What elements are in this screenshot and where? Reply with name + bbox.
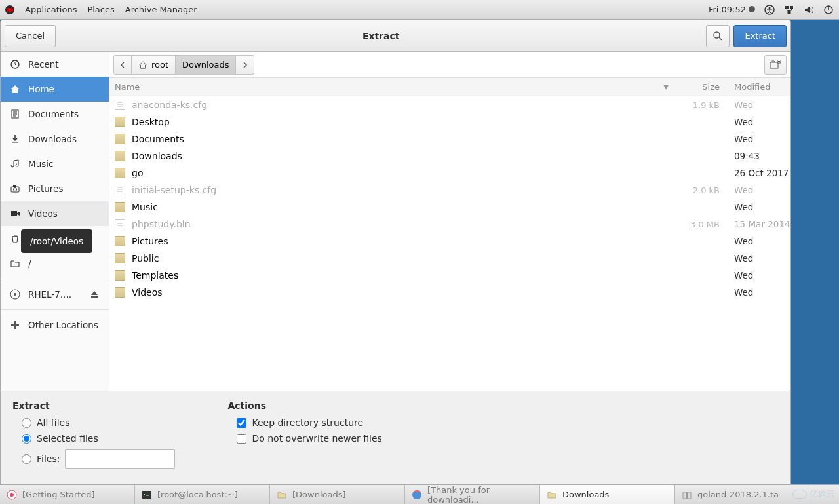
file-row[interactable]: PicturesWed — [109, 233, 790, 250]
path-downloads[interactable]: Downloads — [176, 55, 236, 75]
sidebar-item-[interactable]: / — [1, 251, 109, 276]
pathbar: root Downloads — [109, 52, 790, 78]
folder-icon — [115, 253, 125, 263]
new-folder-button[interactable] — [764, 55, 787, 75]
file-icon — [115, 100, 125, 110]
file-row[interactable]: initial-setup-ks.cfg2.0 kBWed — [109, 182, 790, 199]
files-pattern-input[interactable] — [65, 449, 175, 469]
col-name[interactable]: Name▼ — [109, 82, 675, 92]
trash-icon — [10, 233, 20, 244]
sidebar-item-label: Home — [28, 84, 54, 94]
extract-heading: Extract — [12, 400, 175, 411]
file-modified: 09:43 — [728, 151, 790, 161]
sidebar-item-label: Documents — [28, 109, 79, 119]
menu-places[interactable]: Places — [87, 5, 114, 14]
file-row[interactable]: MusicWed — [109, 199, 790, 216]
watermark: 亿速云 — [792, 488, 835, 500]
task-downloads[interactable]: Downloads — [540, 485, 675, 504]
file-row[interactable]: DocumentsWed — [109, 130, 790, 147]
task-goland-2018-2-1-ta[interactable]: goland-2018.2.1.ta — [675, 485, 810, 504]
sidebar-item-documents[interactable]: Documents — [1, 102, 109, 126]
sidebar-item-videos[interactable]: Videos — [1, 201, 109, 226]
file-name: Downloads — [132, 151, 675, 161]
volume-icon[interactable] — [804, 5, 814, 15]
radio-all-files[interactable]: All files — [22, 417, 175, 428]
file-row[interactable]: TemplatesWed — [109, 267, 790, 284]
svg-rect-25 — [686, 492, 688, 499]
folder-icon — [115, 134, 125, 144]
file-modified: 26 Oct 2017 — [728, 168, 790, 178]
radio-selected-files[interactable]: Selected files — [22, 433, 175, 444]
file-name: phpstudy.bin — [132, 219, 675, 229]
sidebar-item-label: Pictures — [28, 184, 63, 194]
down-icon — [10, 134, 20, 144]
sidebar-item-pictures[interactable]: Pictures — [1, 176, 109, 201]
file-name: initial-setup-ks.cfg — [132, 185, 675, 195]
svg-point-16 — [14, 293, 16, 296]
task-label: [Getting Started] — [22, 490, 95, 499]
extract-button[interactable]: Extract — [733, 25, 787, 47]
sidebar-item-label: Videos — [28, 208, 58, 219]
file-list[interactable]: anaconda-ks.cfg1.9 kBWedDesktopWedDocume… — [109, 96, 790, 391]
menu-applications[interactable]: Applications — [25, 5, 77, 14]
col-size[interactable]: Size — [675, 82, 728, 92]
path-root[interactable]: root — [132, 55, 176, 75]
sidebar-item-home[interactable]: Home — [1, 77, 109, 102]
sidebar-item-recent[interactable]: Recent — [1, 52, 109, 77]
search-icon — [712, 31, 723, 41]
svg-line-8 — [719, 37, 722, 40]
clock[interactable]: Fri 09:52 — [709, 5, 755, 14]
file-modified: Wed — [728, 117, 790, 127]
menu-appname[interactable]: Archive Manager — [125, 5, 197, 14]
path-forward[interactable] — [236, 55, 254, 75]
folder-icon — [115, 151, 125, 161]
power-icon[interactable] — [823, 5, 834, 15]
search-button[interactable] — [706, 25, 730, 47]
eject-icon[interactable] — [89, 289, 100, 300]
sidebar-item-music[interactable]: Music — [1, 151, 109, 176]
folder-icon — [277, 490, 287, 500]
check-keep-structure[interactable]: Keep directory structure — [237, 417, 381, 428]
file-row[interactable]: go26 Oct 2017 — [109, 165, 790, 182]
file-name: Pictures — [132, 236, 675, 246]
task--root-localhost-[interactable]: [root@localhost:~] — [135, 485, 270, 504]
sidebar-mount[interactable]: RHEL-7.... — [1, 282, 109, 307]
radio-files-pattern[interactable]: Files: — [22, 449, 175, 469]
file-row[interactable]: VideosWed — [109, 284, 790, 301]
svg-rect-14 — [11, 211, 17, 216]
chevron-right-icon — [242, 62, 248, 68]
file-row[interactable]: anaconda-ks.cfg1.9 kBWed — [109, 96, 790, 113]
network-icon[interactable] — [784, 5, 794, 15]
home-icon — [138, 60, 147, 69]
sidebar-item-label: / — [28, 258, 31, 269]
task--thank-you-for-downl[interactable]: [Thank you for downloadi... — [405, 485, 540, 504]
path-back[interactable] — [113, 55, 132, 75]
file-icon — [115, 219, 125, 229]
taskbar: [Getting Started][root@localhost:~][Down… — [0, 484, 839, 504]
task-label: [Downloads] — [292, 490, 346, 499]
file-row[interactable]: PublicWed — [109, 250, 790, 267]
folder-icon — [115, 117, 125, 127]
accessibility-icon[interactable] — [764, 5, 775, 15]
sidebar-other-locations[interactable]: Other Locations — [1, 313, 109, 338]
actions-heading: Actions — [227, 400, 381, 411]
folder-icon — [115, 287, 125, 298]
folder-icon — [115, 270, 125, 281]
cancel-button[interactable]: Cancel — [5, 25, 56, 47]
file-row[interactable]: phpstudy.bin3.0 MB15 Mar 2014 — [109, 216, 790, 233]
sidebar-item-downloads[interactable]: Downloads — [1, 126, 109, 151]
svg-point-1 — [769, 7, 771, 9]
file-row[interactable]: Downloads09:43 — [109, 147, 790, 165]
svg-rect-13 — [13, 185, 16, 187]
distro-icon — [5, 5, 14, 14]
camera-icon — [10, 184, 20, 194]
file-modified: Wed — [728, 134, 790, 144]
archive-icon — [682, 490, 692, 500]
folder-icon — [547, 490, 557, 500]
file-row[interactable]: DesktopWed — [109, 113, 790, 130]
task--getting-started-[interactable]: [Getting Started] — [0, 485, 135, 504]
svg-point-7 — [714, 32, 720, 38]
task--downloads-[interactable]: [Downloads] — [270, 485, 405, 504]
check-no-overwrite[interactable]: Do not overwrite newer files — [237, 433, 381, 444]
col-modified[interactable]: Modified — [728, 82, 790, 92]
